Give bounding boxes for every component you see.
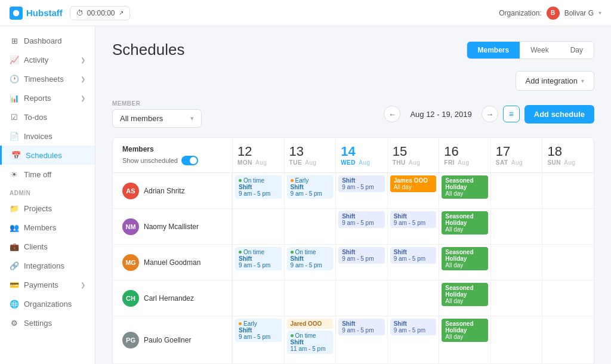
filter-button[interactable]: ≡ [503, 106, 520, 122]
shift-card[interactable]: On time Shift 9 am - 5 pm [235, 175, 282, 199]
sidebar-item-activity[interactable]: 📈 Activity ❯ [0, 50, 95, 69]
shift-card-holiday[interactable]: Seasoned Holiday All day [442, 211, 488, 235]
sidebar-item-projects[interactable]: 📁 Projects [0, 199, 95, 218]
sidebar-item-clients[interactable]: 💼 Clients [0, 237, 95, 256]
shift-card-holiday[interactable]: Seasoned Holiday All day [442, 319, 488, 342]
sidebar-item-payments[interactable]: 💳 Payments ❯ [0, 275, 95, 294]
day-cell-fri-naomy: Seasoned Holiday All day [439, 209, 490, 244]
tab-week[interactable]: Week [520, 42, 559, 58]
sidebar-item-integrations[interactable]: 🔗 Integrations [0, 256, 95, 275]
sidebar: ⊞ Dashboard 📈 Activity ❯ 🕐 Timesheets ❯ … [0, 26, 95, 364]
next-date-button[interactable]: → [482, 106, 498, 122]
shift-card[interactable]: Shift 9 am - 5 pm [390, 247, 437, 264]
shift-time: 9 am - 5 pm [291, 190, 330, 197]
timer-icon: ⏱ [76, 9, 84, 17]
shift-card-holiday[interactable]: Seasoned Holiday All day [442, 283, 488, 306]
day-header-thu: 15 THU Aug [387, 138, 439, 172]
holiday-label: Seasoned Holiday [445, 285, 485, 298]
day-cell-mon-naomy [232, 209, 284, 244]
shift-card[interactable]: Early Shift 9 am - 5 pm [235, 319, 282, 342]
sidebar-item-schedules[interactable]: 📅 Schedules [0, 146, 95, 165]
show-unscheduled-toggle[interactable]: Show unscheduled [122, 156, 223, 165]
member-select[interactable]: All members ▾ [112, 109, 202, 128]
org-badge: B [547, 7, 560, 20]
add-schedule-button[interactable]: Add schedule [524, 105, 594, 124]
shift-card[interactable]: Shift 9 am - 5 pm [338, 319, 385, 335]
sidebar-item-members[interactable]: 👥 Members [0, 218, 95, 237]
shift-label: Shift [342, 249, 381, 255]
shift-time: 9 am - 5 pm [239, 190, 278, 197]
prev-date-button[interactable]: ← [384, 106, 400, 122]
status-label: On time [243, 249, 264, 255]
shift-card[interactable]: Shift 9 am - 5 pm [390, 319, 437, 335]
select-chevron-icon: ▾ [190, 115, 194, 122]
sidebar-item-invoices[interactable]: 📄 Invoices [0, 127, 95, 146]
member-filter-label: MEMBER [112, 100, 202, 107]
tab-members[interactable]: Members [467, 42, 520, 58]
shift-card[interactable]: Shift 9 am - 5 pm [338, 211, 385, 228]
shift-label: Shift [291, 184, 330, 190]
shift-time: 11 am - 5 pm [291, 346, 330, 352]
sidebar-label-timeoff: Time off [24, 170, 51, 179]
link-icon: 🔗 [10, 261, 19, 270]
sidebar-label-organizations: Organizations [24, 300, 72, 309]
shift-time: 9 am - 5 pm [342, 327, 381, 334]
shift-card-james-ooo[interactable]: James OOO All day [390, 175, 437, 192]
file-text-icon: 📄 [10, 131, 19, 141]
day-cell-sat-carl [490, 280, 542, 316]
member-cell-manuel: MG Manuel Goodman [113, 245, 232, 280]
calendar-header: Members Show unscheduled 12 MON Aug 13 T… [113, 138, 594, 173]
shift-card[interactable]: Early Shift 9 am - 5 pm [287, 175, 334, 199]
day-name-wed: WED Aug [341, 159, 382, 166]
shift-time: 9 am - 5 pm [342, 184, 381, 190]
day-header-fri: 16 FRI Aug [439, 138, 490, 172]
briefcase-icon: 💼 [10, 242, 19, 251]
toggle-switch[interactable] [181, 156, 198, 165]
day-name-thu: THU Aug [393, 159, 434, 166]
shift-card[interactable]: On time Shift 9 am - 5 pm [235, 247, 282, 270]
shift-card[interactable]: Shift 9 am - 5 pm [390, 211, 437, 228]
shift-card-holiday[interactable]: Seasoned Holiday All day [442, 247, 488, 270]
day-cell-sun-carl [542, 280, 594, 316]
shift-card-jared-ooo[interactable]: Jared OOO [287, 319, 334, 329]
shift-card[interactable]: On time Shift 9 am - 5 pm [287, 247, 334, 270]
day-cell-tue-naomy [284, 209, 336, 244]
sidebar-item-timeoff[interactable]: ☀ Time off [0, 165, 95, 184]
day-cell-thu-manuel: Shift 9 am - 5 pm [387, 245, 439, 280]
sidebar-item-reports[interactable]: 📊 Reports ❯ [0, 88, 95, 107]
shift-label: Shift [394, 249, 433, 255]
date-range-label: Aug 12 - 19, 2019 [405, 110, 476, 119]
sidebar-item-settings[interactable]: ⚙ Settings [0, 313, 95, 332]
sidebar-label-reports: Reports [24, 94, 51, 103]
tab-day[interactable]: Day [560, 42, 594, 58]
sidebar-label-activity: Activity [24, 55, 48, 64]
globe-icon: 🌐 [10, 299, 19, 309]
holiday-label: Seasoned Holiday [445, 320, 485, 334]
holiday-label: Seasoned Holiday [445, 213, 485, 226]
day-cell-sun-paulo [542, 316, 594, 363]
tab-group: Members Week Day [467, 41, 595, 59]
day-cell-tue-paulo: Jared OOO On time Shift 11 am - 5 pm [284, 316, 336, 363]
show-unscheduled-label: Show unscheduled [122, 157, 178, 164]
shift-label: Shift [394, 320, 433, 327]
shift-card[interactable]: Shift 9 am - 5 pm [338, 247, 385, 264]
expand-icon: ↗ [119, 10, 124, 16]
sidebar-item-todos[interactable]: ☑ To-dos [0, 107, 95, 127]
chevron-icon: ❯ [81, 57, 85, 63]
timer-box[interactable]: ⏱ 00:00:00 ↗ [70, 6, 130, 20]
add-integration-button[interactable]: Add integration ▾ [516, 71, 594, 91]
shift-card[interactable]: Shift 9 am - 5 pm [338, 175, 385, 192]
calendar-body: AS Adrian Shritz On time Shift 9 am - 5 … [113, 173, 594, 364]
sidebar-label-payments: Payments [24, 280, 58, 289]
timer-value: 00:00:00 [87, 9, 115, 17]
member-cell-adrian: AS Adrian Shritz [113, 173, 232, 208]
day-cell-fri-adrian: Seasoned Holiday All day [439, 173, 490, 208]
shift-card-holiday[interactable]: Seasoned Holiday All day [442, 175, 488, 199]
sidebar-item-timesheets[interactable]: 🕐 Timesheets ❯ [0, 69, 95, 88]
shift-card[interactable]: On time Shift 11 am - 5 pm [287, 331, 334, 354]
user-name[interactable]: Bolivar G [564, 9, 594, 17]
sidebar-item-dashboard[interactable]: ⊞ Dashboard [0, 31, 95, 50]
sidebar-item-organizations[interactable]: 🌐 Organizations [0, 294, 95, 313]
topbar-left: Hubstaff ⏱ 00:00:00 ↗ [10, 6, 130, 20]
avatar-naomy: NM [122, 218, 139, 235]
